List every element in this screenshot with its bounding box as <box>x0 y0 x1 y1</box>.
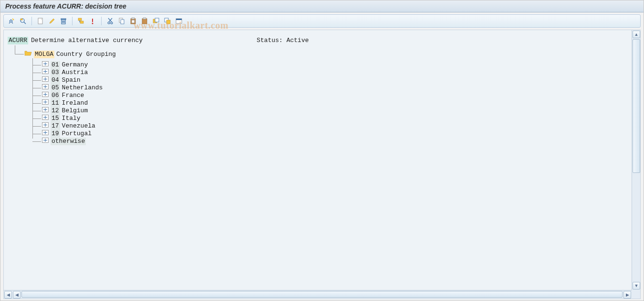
svg-rect-20 <box>132 18 135 19</box>
status: Status: Active <box>257 37 309 44</box>
folder-collapsed-icon <box>42 61 49 69</box>
svg-point-12 <box>92 23 93 24</box>
status-value: Active <box>286 37 309 44</box>
svg-rect-18 <box>121 20 124 24</box>
leaf-label: Portugal <box>62 130 92 138</box>
collapse-icon[interactable] <box>88 16 97 26</box>
copy-block-icon[interactable] <box>151 16 161 26</box>
grouping-code: MOLGA <box>34 51 54 58</box>
leaf-code: 04 <box>51 76 60 84</box>
folder-collapsed-icon <box>42 99 49 107</box>
scroll-thumb-h[interactable] <box>21 291 623 298</box>
content-area: ACURR Determine alternative currency Sta… <box>3 30 641 299</box>
leaf-label: Austria <box>62 69 88 76</box>
tree-leaf[interactable]: 19Portugal <box>32 130 628 138</box>
folder-collapsed-icon <box>42 115 49 122</box>
folder-collapsed-icon <box>42 130 49 138</box>
status-label: Status: <box>257 37 283 44</box>
svg-line-1 <box>24 22 26 24</box>
svg-rect-5 <box>61 19 66 20</box>
scroll-left-icon[interactable]: ◀ <box>4 291 12 299</box>
tree-leaf[interactable]: otherwise <box>32 138 628 145</box>
svg-rect-21 <box>132 20 135 23</box>
find-icon[interactable] <box>18 16 28 26</box>
copy-icon[interactable] <box>117 16 126 26</box>
svg-rect-23 <box>143 18 146 19</box>
change-icon[interactable] <box>47 16 57 26</box>
title-bar: Process feature ACURR: decision tree <box>0 0 644 12</box>
delete-icon[interactable] <box>59 16 68 26</box>
leaf-code: 03 <box>51 69 60 76</box>
grouping-description: Country Grouping <box>56 51 116 58</box>
svg-rect-25 <box>155 18 159 22</box>
toolbar-separator <box>101 17 102 25</box>
svg-rect-9 <box>78 18 82 21</box>
folder-collapsed-icon <box>42 69 49 76</box>
leaf-label: Italy <box>62 115 81 122</box>
folder-collapsed-icon <box>42 76 49 84</box>
svg-line-15 <box>109 18 112 22</box>
feature-code: ACURR <box>8 37 28 44</box>
leaf-code: 05 <box>51 84 60 92</box>
leaf-code: 06 <box>51 92 60 99</box>
tree-root[interactable]: ACURR Determine alternative currency <box>8 37 628 44</box>
tree-leaf[interactable]: 11Ireland <box>32 99 628 107</box>
folder-collapsed-icon <box>42 122 49 130</box>
cut-icon[interactable] <box>105 16 115 26</box>
svg-point-13 <box>108 22 110 24</box>
folder-collapsed-icon <box>42 92 49 99</box>
scroll-down-icon[interactable]: ▼ <box>633 282 640 290</box>
leaf-label: Netherlands <box>62 84 103 92</box>
paste-icon[interactable] <box>128 16 138 26</box>
svg-rect-10 <box>80 21 83 23</box>
leaf-label: Spain <box>62 76 81 84</box>
tree-leaf[interactable]: 06France <box>32 92 628 99</box>
expand-subtree-icon[interactable] <box>76 16 86 26</box>
leaf-label: Ireland <box>62 99 88 107</box>
tree-leaf[interactable]: 01Germany <box>32 61 628 69</box>
svg-point-14 <box>111 22 113 24</box>
tree-leaf[interactable]: 03Austria <box>32 69 628 76</box>
svg-line-16 <box>108 18 112 22</box>
leaf-label: Germany <box>62 61 88 69</box>
horizontal-scrollbar[interactable]: ◀ ◀ ▶ ▶ <box>4 290 632 299</box>
leaf-code: 17 <box>51 122 60 130</box>
leaf-code: 11 <box>51 99 60 107</box>
create-icon[interactable] <box>36 16 45 26</box>
leaf-code: 01 <box>51 61 60 69</box>
feature-description: Determine alternative currency <box>31 37 143 44</box>
toolbar <box>3 14 641 28</box>
scroll-up-icon[interactable]: ▲ <box>633 31 640 38</box>
tree-leaf[interactable]: 17Venezuela <box>32 122 628 130</box>
tree-view: ACURR Determine alternative currency Sta… <box>4 30 632 290</box>
scroll-thumb[interactable] <box>633 39 640 173</box>
tree-grouping-node[interactable]: MOLGA Country Grouping <box>15 50 628 58</box>
leaf-code: 12 <box>51 107 60 115</box>
toolbar-separator <box>31 17 32 25</box>
toolbar-separator <box>72 17 73 25</box>
scroll-right-icon[interactable]: ▶ <box>623 291 631 299</box>
leaf-label: Belgium <box>62 107 88 115</box>
folder-collapsed-icon <box>42 138 49 145</box>
clipboard-icon[interactable] <box>140 16 149 26</box>
leaf-code: otherwise <box>51 138 86 145</box>
svg-rect-22 <box>142 19 147 24</box>
tree-leaf[interactable]: 15Italy <box>32 115 628 122</box>
svg-rect-2 <box>21 19 22 20</box>
folder-open-icon <box>24 50 32 58</box>
tree-leaf[interactable]: 04Spain <box>32 76 628 84</box>
scroll-corner <box>632 290 640 299</box>
view-icon[interactable] <box>174 16 184 26</box>
change-display-icon[interactable] <box>7 16 16 26</box>
tree-leaf[interactable]: 12Belgium <box>32 107 628 115</box>
leaf-label: France <box>62 92 84 99</box>
paste-block-icon[interactable] <box>163 16 172 26</box>
scroll-left2-icon[interactable]: ◀ <box>13 291 21 299</box>
leaf-code: 19 <box>51 130 60 138</box>
folder-collapsed-icon <box>42 84 49 92</box>
folder-collapsed-icon <box>42 107 49 115</box>
tree-leaves: 01Germany03Austria04Spain05Netherlands06… <box>32 61 628 145</box>
tree-leaf[interactable]: 05Netherlands <box>32 84 628 92</box>
svg-rect-27 <box>166 20 170 24</box>
vertical-scrollbar[interactable]: ▲ ▼ <box>632 30 640 290</box>
